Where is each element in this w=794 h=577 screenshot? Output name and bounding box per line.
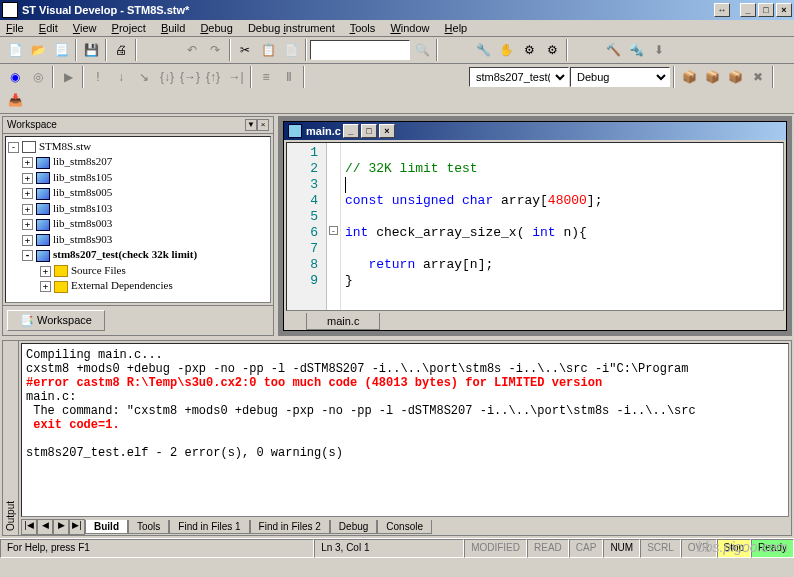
debug-btn-2[interactable]: ↘ — [133, 66, 155, 88]
workspace-dropdown-icon[interactable]: ▼ — [245, 119, 257, 131]
tree-item[interactable]: +lib_stm8s003 — [8, 216, 268, 231]
paste-button[interactable]: 📄 — [280, 39, 302, 61]
menu-debug[interactable]: Debug — [200, 22, 232, 34]
debug-step-into[interactable]: {↓} — [156, 66, 178, 88]
new-button[interactable]: 📄 — [4, 39, 26, 61]
tool-btn-2[interactable]: ✋ — [495, 39, 517, 61]
text-button[interactable]: 📃 — [50, 39, 72, 61]
output-tab-debug[interactable]: Debug — [330, 520, 377, 534]
build-btn-4[interactable]: ✖ — [747, 66, 769, 88]
status-position: Ln 3, Col 1 — [314, 539, 464, 558]
menu-help[interactable]: Help — [445, 22, 468, 34]
debug-start-button[interactable]: ◉ — [4, 66, 26, 88]
build-btn-5[interactable]: 📥 — [4, 89, 26, 111]
restore-down-icon[interactable]: ↔ — [714, 3, 730, 17]
debug-step-over[interactable]: {→} — [179, 66, 201, 88]
tool-btn-1[interactable]: 🔧 — [472, 39, 494, 61]
editor-titlebar: main.c _ □ × — [284, 122, 786, 140]
output-tab-build[interactable]: Build — [85, 520, 128, 534]
editor-filename: main.c — [306, 125, 341, 137]
workspace-close-button[interactable]: × — [257, 119, 269, 131]
status-read: READ — [527, 539, 569, 558]
build-btn-2[interactable]: 📦 — [701, 66, 723, 88]
tree-folder[interactable]: +Source Files — [8, 263, 268, 278]
tree-item[interactable]: +lib_stm8s103 — [8, 201, 268, 216]
config-combo[interactable]: Debug — [570, 67, 670, 87]
debug-step-out[interactable]: {↑} — [202, 66, 224, 88]
find-combo[interactable] — [310, 40, 410, 60]
debug-btn-1[interactable]: ↓ — [110, 66, 132, 88]
editor-minimize-button[interactable]: _ — [343, 124, 359, 138]
debug-btn-3[interactable]: →| — [225, 66, 247, 88]
app-icon — [2, 2, 18, 18]
tool-btn-6[interactable]: 🔩 — [625, 39, 647, 61]
menu-project[interactable]: Project — [112, 22, 146, 34]
toolbar-2: ◉ ◎ ▶ ! ↓ ↘ {↓} {→} {↑} →| ≡ Ⅱ stm8s207_… — [0, 64, 794, 114]
debug-restart-button[interactable]: ! — [87, 66, 109, 88]
tool-btn-4[interactable]: ⚙ — [541, 39, 563, 61]
undo-button[interactable]: ↶ — [181, 39, 203, 61]
tree-item-active[interactable]: -stm8s207_test(check 32k limit) — [8, 247, 268, 262]
status-num: NUM — [603, 539, 640, 558]
workspace-header: Workspace — [7, 119, 57, 131]
code-content[interactable]: // 32K limit test const unsigned char ar… — [341, 143, 783, 310]
toolbar-1: 📄 📂 📃 💾 🖨 ↶ ↷ ✂ 📋 📄 🔍 🔧 ✋ ⚙ ⚙ 🔨 🔩 ⬇ — [0, 37, 794, 64]
tree-folder[interactable]: +External Dependencies — [8, 278, 268, 293]
find-button[interactable]: 🔍 — [411, 39, 433, 61]
status-bar: For Help, press F1 Ln 3, Col 1 MODIFIED … — [0, 538, 794, 558]
menu-build[interactable]: Build — [161, 22, 185, 34]
editor-maximize-button[interactable]: □ — [361, 124, 377, 138]
save-button[interactable]: 💾 — [80, 39, 102, 61]
output-text[interactable]: Compiling main.c... cxstm8 +mods0 +debug… — [21, 343, 789, 517]
menu-window[interactable]: Window — [390, 22, 429, 34]
minimize-button[interactable]: _ — [740, 3, 756, 17]
status-ovr: OVR — [681, 539, 717, 558]
editor-close-button[interactable]: × — [379, 124, 395, 138]
cut-button[interactable]: ✂ — [234, 39, 256, 61]
maximize-button[interactable]: □ — [758, 3, 774, 17]
output-tab-console[interactable]: Console — [377, 520, 432, 534]
project-tree[interactable]: -STM8S.stw +lib_stm8s207 +lib_stm8s105 +… — [5, 136, 271, 303]
debug-btn-4[interactable]: ≡ — [255, 66, 277, 88]
line-gutter: 123 456 789 — [287, 143, 327, 310]
workspace-tab[interactable]: 📑 Workspace — [7, 310, 105, 331]
status-stop[interactable]: Stop — [717, 539, 752, 558]
tool-btn-3[interactable]: ⚙ — [518, 39, 540, 61]
copy-button[interactable]: 📋 — [257, 39, 279, 61]
menu-debug-instrument[interactable]: Debug instrument — [248, 22, 335, 34]
tree-item[interactable]: +lib_stm8s105 — [8, 170, 268, 185]
project-combo[interactable]: stm8s207_test(c — [469, 67, 569, 87]
tree-item[interactable]: +lib_stm8s207 — [8, 154, 268, 169]
output-tab-find2[interactable]: Find in Files 2 — [250, 520, 330, 534]
menu-view[interactable]: View — [73, 22, 97, 34]
tab-nav-prev[interactable]: ◀ — [37, 519, 53, 535]
tree-item[interactable]: +lib_stm8s903 — [8, 232, 268, 247]
tab-nav-first[interactable]: |◀ — [21, 519, 37, 535]
output-tab-tools[interactable]: Tools — [128, 520, 169, 534]
menu-file[interactable]: File — [6, 22, 24, 34]
build-btn-1[interactable]: 📦 — [678, 66, 700, 88]
fold-column[interactable]: - — [327, 143, 341, 310]
close-button[interactable]: × — [776, 3, 792, 17]
status-modified: MODIFIED — [464, 539, 527, 558]
app-title: ST Visual Develop - STM8S.stw* — [22, 4, 189, 16]
tree-item[interactable]: +lib_stm8s005 — [8, 185, 268, 200]
menu-edit[interactable]: Edit — [39, 22, 58, 34]
debug-run-button[interactable]: ▶ — [57, 66, 79, 88]
status-cap: CAP — [569, 539, 604, 558]
build-btn-3[interactable]: 📦 — [724, 66, 746, 88]
tool-btn-5[interactable]: 🔨 — [602, 39, 624, 61]
tool-btn-7[interactable]: ⬇ — [648, 39, 670, 61]
tab-nav-last[interactable]: ▶| — [69, 519, 85, 535]
debug-stop-button[interactable]: ◎ — [27, 66, 49, 88]
debug-btn-5[interactable]: Ⅱ — [278, 66, 300, 88]
output-tab-find1[interactable]: Find in Files 1 — [169, 520, 249, 534]
code-editor[interactable]: 123 456 789 - // 32K limit test const un… — [286, 142, 784, 311]
tree-root[interactable]: -STM8S.stw — [8, 139, 268, 154]
print-button[interactable]: 🖨 — [110, 39, 132, 61]
redo-button[interactable]: ↷ — [204, 39, 226, 61]
menu-tools[interactable]: Tools — [350, 22, 376, 34]
editor-tab[interactable]: main.c — [306, 313, 380, 330]
open-button[interactable]: 📂 — [27, 39, 49, 61]
tab-nav-next[interactable]: ▶ — [53, 519, 69, 535]
